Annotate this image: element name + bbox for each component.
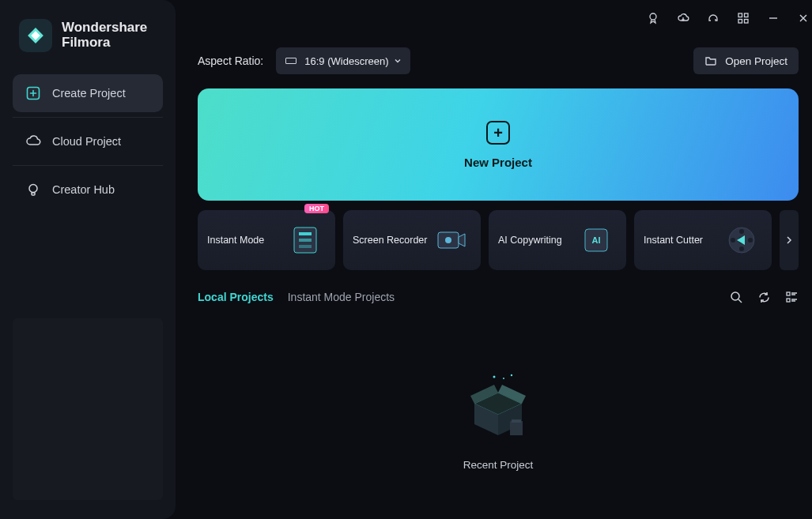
card-label: Instant Mode bbox=[207, 235, 264, 246]
close-button[interactable] bbox=[795, 10, 811, 26]
hot-badge: HOT bbox=[304, 204, 329, 213]
logo-icon bbox=[19, 19, 52, 52]
headset-icon[interactable] bbox=[705, 10, 721, 26]
grid-icon[interactable] bbox=[735, 10, 751, 26]
new-project-label: New Project bbox=[464, 156, 532, 169]
aspect-ratio-dropdown[interactable]: 16:9 (Widescreen) bbox=[276, 47, 410, 74]
camera-icon bbox=[430, 220, 471, 261]
sidebar-item-label: Creator Hub bbox=[52, 183, 115, 196]
aspect-ratio-value: 16:9 (Widescreen) bbox=[304, 55, 388, 67]
empty-box-icon bbox=[455, 364, 542, 443]
sidebar-item-label: Create Project bbox=[52, 87, 126, 100]
card-screen-recorder[interactable]: Screen Recorder bbox=[343, 210, 481, 270]
svg-rect-11 bbox=[299, 239, 312, 242]
card-label: Screen Recorder bbox=[353, 235, 428, 246]
project-tabs: Local Projects Instant Mode Projects bbox=[198, 288, 799, 307]
svg-rect-27 bbox=[512, 419, 521, 423]
svg-rect-24 bbox=[787, 292, 790, 295]
sidebar-item-label: Cloud Project bbox=[52, 135, 121, 148]
empty-state: Recent Project bbox=[198, 307, 799, 519]
brand-logo: Wondershare Filmora bbox=[13, 19, 163, 52]
open-project-label: Open Project bbox=[725, 55, 787, 67]
feature-cards: HOT Instant Mode Screen Recorder AI Copy… bbox=[198, 210, 799, 270]
sidebar: Wondershare Filmora Create Project Cloud… bbox=[0, 0, 176, 519]
aspect-ratio-label: Aspect Ratio: bbox=[198, 55, 263, 67]
svg-rect-5 bbox=[738, 13, 742, 17]
svg-rect-8 bbox=[745, 20, 749, 24]
sidebar-item-cloud-project[interactable]: Cloud Project bbox=[13, 122, 163, 160]
ai-chip-icon: AI bbox=[576, 220, 617, 261]
svg-rect-26 bbox=[510, 421, 523, 435]
svg-rect-10 bbox=[299, 232, 312, 235]
folder-icon bbox=[704, 55, 717, 67]
card-label: Instant Cutter bbox=[644, 235, 703, 246]
tab-local-projects[interactable]: Local Projects bbox=[198, 288, 274, 307]
card-instant-cutter[interactable]: Instant Cutter bbox=[634, 210, 772, 270]
divider bbox=[13, 165, 163, 166]
search-icon[interactable] bbox=[730, 291, 743, 304]
list-view-icon[interactable] bbox=[785, 291, 799, 304]
new-project-hero[interactable]: + New Project bbox=[198, 88, 799, 201]
cloud-icon bbox=[25, 134, 41, 149]
cloud-download-icon[interactable] bbox=[675, 10, 691, 26]
sidebar-item-create-project[interactable]: Create Project bbox=[13, 74, 163, 112]
minimize-button[interactable] bbox=[765, 10, 781, 26]
divider bbox=[13, 117, 163, 118]
svg-point-19 bbox=[739, 229, 744, 234]
svg-point-3 bbox=[29, 185, 37, 193]
svg-rect-25 bbox=[787, 299, 790, 302]
refresh-icon[interactable] bbox=[757, 291, 771, 304]
svg-text:AI: AI bbox=[592, 235, 601, 245]
brand-name: Wondershare Filmora bbox=[62, 21, 147, 50]
svg-point-20 bbox=[739, 246, 744, 251]
svg-rect-12 bbox=[299, 245, 312, 248]
medal-icon[interactable] bbox=[645, 10, 661, 26]
svg-point-21 bbox=[731, 238, 735, 243]
svg-point-28 bbox=[493, 376, 496, 378]
plus-square-icon bbox=[25, 85, 41, 101]
plus-icon: + bbox=[486, 121, 510, 145]
empty-state-label: Recent Project bbox=[463, 459, 534, 471]
bulb-icon bbox=[25, 182, 41, 197]
tab-instant-mode-projects[interactable]: Instant Mode Projects bbox=[288, 288, 395, 307]
film-stack-icon bbox=[285, 220, 326, 261]
svg-point-23 bbox=[731, 292, 739, 300]
svg-point-29 bbox=[503, 378, 504, 379]
svg-point-22 bbox=[748, 238, 753, 243]
svg-rect-7 bbox=[738, 20, 742, 24]
next-card-button[interactable] bbox=[780, 210, 799, 270]
top-controls: Aspect Ratio: 16:9 (Widescreen) Open Pro… bbox=[198, 47, 799, 74]
film-reel-icon bbox=[721, 220, 762, 261]
svg-rect-6 bbox=[745, 13, 749, 17]
chevron-down-icon bbox=[393, 56, 402, 66]
titlebar bbox=[176, 0, 812, 28]
card-instant-mode[interactable]: HOT Instant Mode bbox=[198, 210, 335, 270]
aspect-ratio-icon bbox=[285, 58, 296, 64]
card-ai-copywriting[interactable]: AI Copywriting AI bbox=[489, 210, 626, 270]
svg-point-14 bbox=[445, 237, 451, 243]
sidebar-item-creator-hub[interactable]: Creator Hub bbox=[13, 171, 163, 209]
svg-point-30 bbox=[511, 374, 512, 376]
open-project-button[interactable]: Open Project bbox=[693, 47, 799, 74]
svg-point-4 bbox=[650, 13, 656, 20]
card-label: AI Copywriting bbox=[498, 235, 562, 246]
promo-panel bbox=[13, 318, 163, 500]
